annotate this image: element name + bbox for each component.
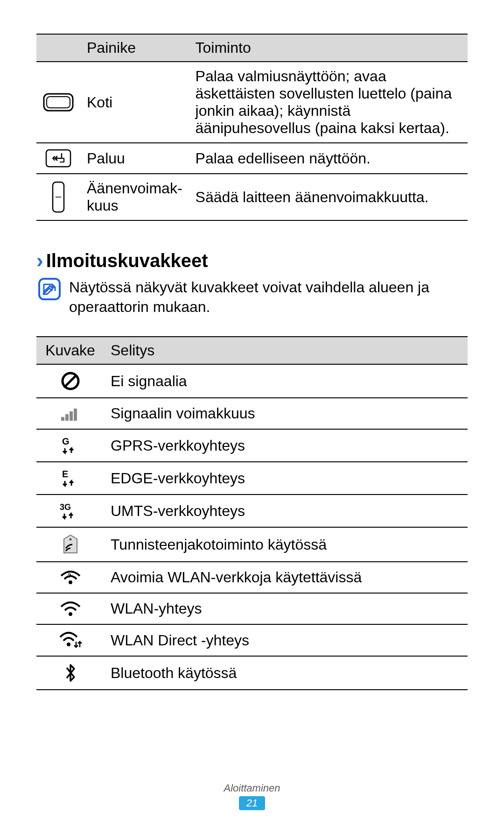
page-footer: Aloittaminen 21 [0,782,504,810]
table-row: Paluu Palaa edelliseen näyttöön. [36,143,468,174]
svg-text:?: ? [68,573,71,579]
svg-text:E: E [62,469,68,479]
edge-icon: E [43,469,98,488]
svg-point-16 [69,580,72,584]
note-block: Näytössä näkyvät kuvakkeet voivat vaihde… [36,278,468,317]
table-row: ? Avoimia WLAN-verkkoja käytettävissä [36,562,468,593]
table1-header-blank [36,34,80,62]
button-function: Säädä laitteen äänenvoimakkuutta. [189,174,468,220]
wlan-available-icon: ? [43,569,98,586]
tag-share-icon [43,534,98,555]
icon-desc: Tunnisteenjakotoiminto käytössä [104,527,468,562]
table1-header-function: Toiminto [189,34,468,62]
svg-point-18 [69,612,72,616]
button-name: Paluu [80,143,189,174]
icon-desc: Signaalin voimakkuus [104,398,468,429]
buttons-table: Painike Toiminto Koti Palaa valmiusnäytt… [36,34,468,221]
table-row: Äänenvoimak-kuus Säädä laitteen äänenvoi… [36,174,468,220]
table1-header-button: Painike [80,34,189,62]
svg-rect-10 [70,411,73,421]
table-row: Tunnisteenjakotoiminto käytössä [36,527,468,562]
section-title: Ilmoituskuvakkeet [46,250,208,271]
icon-desc: EDGE-verkkoyhteys [104,462,468,495]
table-row: Bluetooth käytössä [36,656,468,690]
wlan-icon [43,601,98,617]
wlan-direct-icon [43,631,98,649]
svg-rect-11 [74,409,77,421]
table-row: G GPRS-verkkoyhteys [36,429,468,462]
svg-text:G: G [62,436,70,446]
home-button-icon [43,93,74,112]
button-function: Palaa valmiusnäyttöön; avaa äskettäisten… [189,62,468,143]
svg-point-19 [67,643,70,646]
table-row: Ei signaalia [36,364,468,398]
table-row: WLAN-yhteys [36,593,468,624]
signal-strength-icon [43,406,98,422]
gprs-icon: G [43,436,98,455]
icon-desc: WLAN-yhteys [104,593,468,624]
table-row: 3G UMTS-verkkoyhteys [36,495,468,527]
table-row: E EDGE-verkkoyhteys [36,462,468,495]
table2-header-desc: Selitys [104,337,468,364]
no-signal-icon [43,371,98,391]
table-row: WLAN Direct -yhteys [36,624,468,656]
back-button-icon [43,149,74,168]
svg-point-15 [69,538,71,541]
icon-desc: Avoimia WLAN-verkkoja käytettävissä [104,562,468,593]
svg-text:3G: 3G [60,502,71,512]
button-name: Koti [80,62,189,143]
icon-desc: GPRS-verkkoyhteys [104,429,468,462]
icons-table: Kuvake Selitys Ei signaalia Signaalin vo… [36,336,468,690]
section-heading: › Ilmoituskuvakkeet [36,249,468,272]
button-function: Palaa edelliseen näyttöön. [189,143,468,174]
volume-button-icon [43,181,74,213]
icon-desc: Bluetooth käytössä [104,656,468,690]
note-text: Näytössä näkyvät kuvakkeet voivat vaihde… [69,278,468,317]
page-number: 21 [239,796,265,810]
button-name: Äänenvoimak-kuus [80,174,189,220]
icon-desc: WLAN Direct -yhteys [104,624,468,656]
table-row: Koti Palaa valmiusnäyttöön; avaa äskettä… [36,62,468,143]
table2-header-icon: Kuvake [36,337,104,364]
chevron-right-icon: › [36,249,43,272]
icon-desc: Ei signaalia [104,364,468,398]
svg-line-7 [65,375,76,387]
table-row: Signaalin voimakkuus [36,398,468,429]
umts-icon: 3G [43,502,98,520]
icon-desc: UMTS-verkkoyhteys [104,495,468,527]
svg-rect-8 [61,417,64,421]
bluetooth-icon [43,663,98,683]
note-icon [38,278,61,317]
footer-section-name: Aloittaminen [0,782,504,794]
svg-rect-9 [65,414,69,421]
